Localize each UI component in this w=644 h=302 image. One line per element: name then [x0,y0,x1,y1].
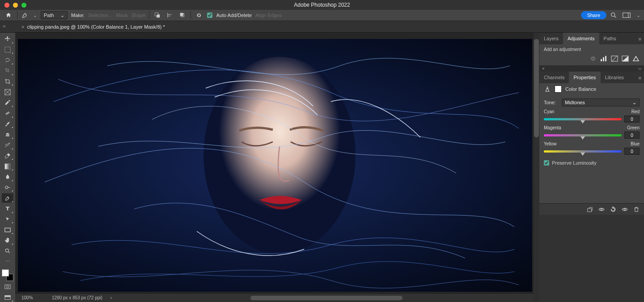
panel-menu-icon[interactable]: ≡ [639,36,641,42]
zoom-tool[interactable] [2,247,13,256]
edit-toolbar-button[interactable]: ⋯ [2,257,13,266]
toggle-visibility-icon[interactable] [622,206,628,213]
tool-preset-dropdown[interactable]: ⌄ [33,13,37,18]
make-shape-button[interactable]: Shape [131,13,146,18]
type-tool[interactable] [2,204,13,213]
tab-layers[interactable]: Layers [539,33,563,44]
pen-mode-select[interactable]: Path ⌄ [41,11,68,19]
close-tab-icon[interactable]: × [21,24,24,30]
make-mask-button[interactable]: Mask [116,13,127,18]
layer-mask-thumbnail[interactable] [555,85,562,93]
preserve-luminosity-checkbox[interactable] [544,160,549,166]
move-tool[interactable] [2,34,13,44]
color-balance-adjustment-icon[interactable] [544,85,551,93]
toolbox: ⋯ [0,33,15,302]
properties-header: Color Balance [539,83,644,95]
frame-tool[interactable] [2,87,13,97]
vertical-scrollbar[interactable] [534,33,539,302]
make-selection-button[interactable]: Selection... [88,13,112,18]
minimize-window-button[interactable] [13,3,18,8]
dodge-tool[interactable] [2,183,13,192]
yellow-blue-slider: Yellow Blue 0 [544,141,640,155]
search-icon[interactable] [610,12,617,19]
tab-adjustments[interactable]: Adjustments [563,33,599,44]
lasso-tool[interactable] [2,55,13,65]
more-adjustments-icon[interactable] [632,55,640,62]
healing-brush-tool[interactable] [2,109,13,118]
horizontal-scrollbar[interactable] [120,296,533,300]
levels-icon[interactable] [600,55,607,62]
tone-select[interactable]: Midtones ⌄ [562,98,640,106]
svg-rect-20 [5,228,10,232]
cyan-red-track[interactable] [544,118,622,120]
panel-empty-area [539,215,644,302]
zoom-level[interactable]: 100% [21,295,44,300]
rectangle-tool[interactable] [2,225,13,234]
eraser-tool[interactable] [2,151,13,161]
exposure-icon[interactable] [622,55,629,62]
panel-menu-icon[interactable]: ≡ [639,75,641,81]
tab-paths[interactable]: Paths [599,33,621,44]
status-chevron-icon[interactable]: › [110,295,112,300]
tab-libraries[interactable]: Libraries [601,72,628,83]
curves-icon[interactable] [611,55,618,62]
tab-properties[interactable]: Properties [569,72,600,83]
slider-thumb[interactable] [580,120,585,123]
close-window-button[interactable] [4,3,9,8]
path-alignment-button[interactable] [165,11,174,19]
share-button[interactable]: Share [581,11,606,19]
screen-mode-toggle[interactable] [2,293,13,302]
marquee-tool[interactable] [2,45,13,55]
svg-point-19 [8,197,8,198]
history-brush-tool[interactable] [2,140,13,150]
svg-point-21 [5,249,8,252]
svg-point-7 [611,13,615,17]
magenta-green-value[interactable]: 0 [624,132,640,139]
reset-icon[interactable] [610,206,616,213]
slider-thumb[interactable] [580,136,585,140]
right-panel-dock: Layers Adjustments Paths ≡ Add an adjust… [539,33,644,302]
canvas-image[interactable] [18,39,532,292]
home-button[interactable] [4,11,13,19]
current-tool-icon[interactable] [21,11,29,19]
color-swatches[interactable] [2,269,13,281]
horizontal-scrollbar-thumb[interactable] [250,296,402,300]
gradient-tool[interactable] [2,162,13,171]
workspace-dropdown[interactable]: ⌄ [636,13,640,18]
slider-thumb[interactable] [580,153,585,156]
gear-icon[interactable] [195,11,203,19]
document-tab[interactable]: × clipping panda.jpeg @ 100% (Color Bala… [18,24,169,30]
maximize-window-button[interactable] [21,3,26,8]
eyedropper-tool[interactable] [2,98,13,107]
workspace-switcher-icon[interactable] [623,12,631,18]
delete-adjustment-icon[interactable] [633,206,640,213]
quick-selection-tool[interactable] [2,66,13,76]
blur-tool[interactable] [2,172,13,182]
quick-mask-toggle[interactable] [2,282,13,292]
panel-collapse-bar-1[interactable]: ×‹‹ [539,65,644,72]
tab-channels[interactable]: Channels [539,72,569,83]
path-arrangement-button[interactable] [178,11,187,19]
yellow-blue-value[interactable]: 0 [624,148,640,155]
brightness-contrast-icon[interactable] [589,55,597,62]
canvas-viewport[interactable] [15,33,539,293]
yellow-blue-track[interactable] [544,150,622,153]
view-previous-state-icon[interactable] [598,206,605,213]
tone-value: Midtones [565,100,585,105]
clip-to-layer-icon[interactable] [587,206,593,213]
vertical-scrollbar-thumb[interactable] [534,39,539,137]
cyan-red-value[interactable]: 0 [624,115,640,123]
clone-stamp-tool[interactable] [2,130,13,139]
document-tab-bar: ›› × clipping panda.jpeg @ 100% (Color B… [0,21,644,33]
auto-add-delete-checkbox[interactable] [207,13,212,18]
path-selection-tool[interactable] [2,215,13,224]
brush-tool[interactable] [2,119,13,129]
crop-tool[interactable] [2,77,13,86]
magenta-green-track[interactable] [544,134,622,136]
app-title: Adobe Photoshop 2022 [294,2,350,8]
foreground-color[interactable] [2,269,9,276]
hand-tool[interactable] [2,236,13,245]
expand-panels-icon[interactable]: ›› [3,24,6,29]
pen-tool[interactable] [2,193,13,203]
path-operations-button[interactable] [153,11,162,19]
